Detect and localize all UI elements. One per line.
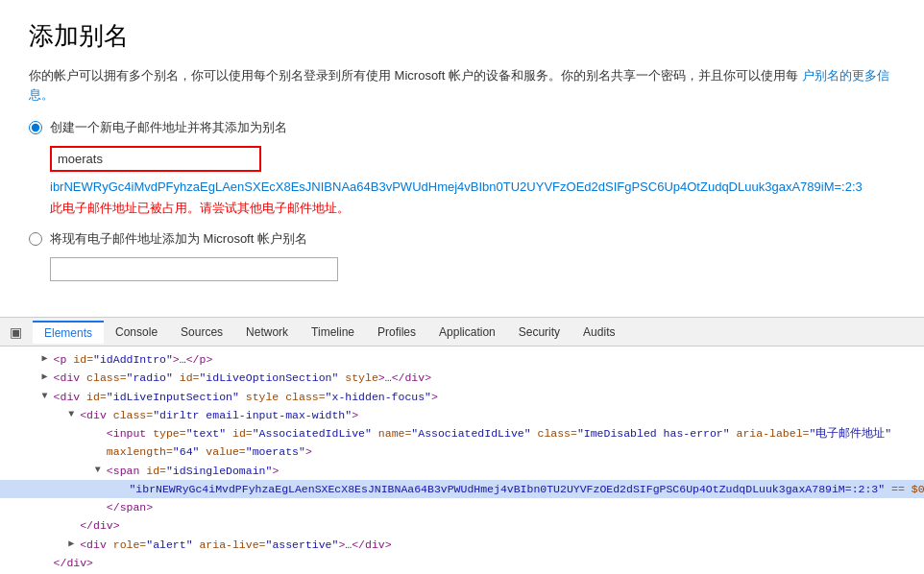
devtools-panel: ▣ Elements Console Sources Network Timel… — [0, 317, 924, 574]
tab-security[interactable]: Security — [507, 321, 571, 344]
tab-network[interactable]: Network — [234, 321, 300, 344]
code-line: ▶ <div role="alert" aria-live="assertive… — [0, 536, 924, 554]
page-content: 添加别名 你的帐户可以拥有多个别名，你可以使用每个别名登录到所有使用 Micro… — [0, 0, 924, 317]
option2-label[interactable]: 将现有电子邮件地址添加为 Microsoft 帐户别名 — [29, 230, 895, 248]
option2-section: 将现有电子邮件地址添加为 Microsoft 帐户别名 — [29, 230, 895, 281]
email-input[interactable] — [50, 146, 261, 172]
code-line: </div> — [0, 516, 924, 535]
tab-elements[interactable]: Elements — [33, 321, 104, 344]
option1-radio[interactable] — [29, 121, 42, 134]
intro-text: 你的帐户可以拥有多个别名，你可以使用每个别名登录到所有使用 Microsoft … — [29, 66, 895, 104]
code-line: ▼ <span id="idSingleDomain" > — [0, 462, 924, 480]
domain-text: ibrNEWRyGc4iMvdPFyhzaEgLAenSXEcX8EsJNIBN… — [50, 179, 895, 194]
page-title: 添加别名 — [29, 19, 895, 53]
code-line: ▶ <p id="idAddIntro" > … </p> — [0, 350, 924, 369]
tab-sources[interactable]: Sources — [169, 321, 234, 344]
devtools-code-panel[interactable]: ▶ <p id="idAddIntro" > … </p> ▶ <div cla… — [0, 347, 924, 574]
tab-timeline[interactable]: Timeline — [300, 321, 366, 344]
code-line: ▼ <div class="dirltr email-input-max-wid… — [0, 406, 924, 424]
code-line: maxlength="64" value="moerats" > — [0, 442, 924, 461]
code-line: <input type="text" id="AssociatedIdLive"… — [0, 424, 924, 442]
option1-section: 创建一个新电子邮件地址并将其添加为别名 ibrNEWRyGc4iMvdPFyhz… — [29, 119, 895, 217]
second-email-input[interactable] — [50, 257, 338, 281]
option1-label[interactable]: 创建一个新电子邮件地址并将其添加为别名 — [29, 119, 895, 136]
tab-profiles[interactable]: Profiles — [366, 321, 427, 344]
code-line: ▶ <div class="radio" id="idLiveOptionSec… — [0, 369, 924, 387]
tab-console[interactable]: Console — [104, 321, 169, 344]
tab-application[interactable]: Application — [427, 321, 507, 344]
tab-audits[interactable]: Audits — [571, 321, 626, 344]
code-line: ▼ <div id="idLiveInputSection" style cla… — [0, 388, 924, 406]
input-wrapper — [50, 146, 895, 172]
devtools-tabs: Elements Console Sources Network Timelin… — [33, 321, 626, 344]
devtools-toolbar: ▣ Elements Console Sources Network Timel… — [0, 318, 924, 347]
code-line: </div> — [0, 554, 924, 572]
option2-radio[interactable] — [29, 232, 42, 246]
devtools-inspect-icon[interactable]: ▣ — [4, 321, 27, 344]
error-text: 此电子邮件地址已被占用。请尝试其他电子邮件地址。 — [50, 200, 895, 217]
code-line-selected: "ibrNEWRyGc4iMvdPFyhzaEgLAenSXEcX8EsJNIB… — [0, 480, 924, 498]
code-line: </span> — [0, 498, 924, 516]
second-input-wrapper — [50, 257, 895, 281]
